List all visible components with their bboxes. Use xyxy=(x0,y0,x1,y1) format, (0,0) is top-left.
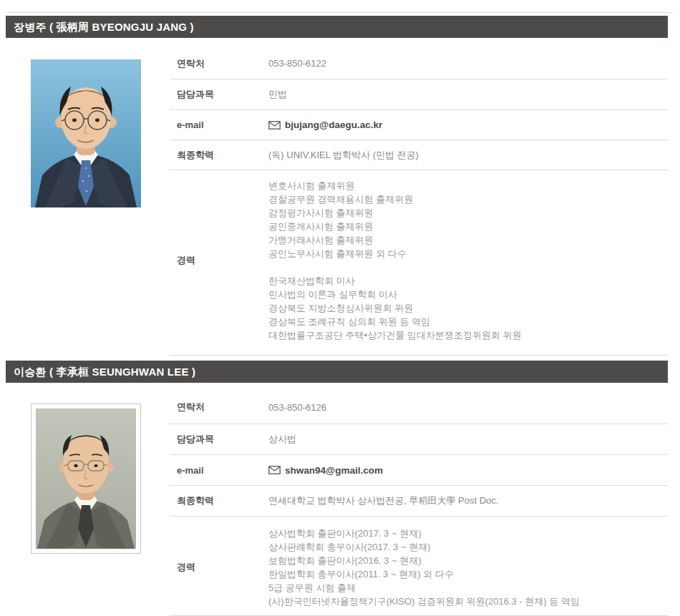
education-label: 최종학력 xyxy=(170,149,268,162)
email-text: shwan94@gmail.com xyxy=(285,465,383,476)
faculty-profile-page: 장병주 ( 張柄周 BYEONGJU JANG ) xyxy=(6,16,668,616)
row-subject: 담당과목 상사법 xyxy=(170,424,668,455)
row-email: e-mail bjujang@daegu.ac.kr xyxy=(170,110,668,140)
subject-label: 담당과목 xyxy=(170,433,268,446)
envelope-icon xyxy=(268,466,281,474)
row-subject: 담당과목 민법 xyxy=(170,79,668,110)
education-label: 최종학력 xyxy=(170,494,268,507)
row-contact: 연락처 053-850-6126 xyxy=(170,391,668,424)
subject-label: 담당과목 xyxy=(170,88,268,101)
row-contact: 연락처 053-850-6122 xyxy=(170,48,668,79)
profile-name-header: 이승환 ( 李承桓 SEUNGHWAN LEE ) xyxy=(6,361,668,383)
education-value: 연세대학교 법학박사 상사법전공, 早稻田大學 Post Doc. xyxy=(268,494,498,507)
envelope-icon xyxy=(268,121,281,129)
contact-value: 053-850-6126 xyxy=(268,402,326,413)
career-label: 경력 xyxy=(170,254,268,267)
contact-label: 연락처 xyxy=(170,57,268,70)
email-label: e-mail xyxy=(170,465,268,476)
photo-seunghwan-lee xyxy=(31,404,141,554)
profile-card-byeongju-jang: 장병주 ( 張柄周 BYEONGJU JANG ) xyxy=(6,16,668,356)
education-value: (독) UNIV.KIEL 법학박사 (민법 전공) xyxy=(268,149,419,162)
email-link[interactable]: bjujang@daegu.ac.kr xyxy=(268,119,382,130)
profile-name-header: 장병주 ( 張柄周 BYEONGJU JANG ) xyxy=(6,16,668,38)
row-career: 경력 변호사시험 출제위원경찰공무원 경력채용시험 출제위원감정평가사시험 출제… xyxy=(170,170,668,356)
profile-name-text: 이승환 ( 李承桓 SEUNGHWAN LEE ) xyxy=(14,366,195,378)
profile-name-text: 장병주 ( 張柄周 BYEONGJU JANG ) xyxy=(14,21,194,33)
email-text: bjujang@daegu.ac.kr xyxy=(285,119,382,130)
profile-card-seunghwan-lee: 이승환 ( 李承桓 SEUNGHWAN LEE ) xyxy=(6,361,668,616)
profile-info-table: 연락처 053-850-6126 담당과목 상사법 e-mail shwan94… xyxy=(170,391,668,616)
photo-byeongju-jang xyxy=(31,59,141,207)
career-list: 상사법학회 출판이사(2017. 3 ~ 현재)상사판례학회 총무이사(2017… xyxy=(268,527,580,608)
row-education: 최종학력 (독) UNIV.KIEL 법학박사 (민법 전공) xyxy=(170,140,668,170)
career-label: 경력 xyxy=(170,561,268,574)
row-career: 경력 상사법학회 출판이사(2017. 3 ~ 현재)상사판례학회 총무이사(2… xyxy=(170,517,668,616)
email-link[interactable]: shwan94@gmail.com xyxy=(268,465,383,476)
row-email: e-mail shwan94@gmail.com xyxy=(170,455,668,486)
contact-label: 연락처 xyxy=(170,401,268,414)
top-divider xyxy=(7,12,673,13)
contact-value: 053-850-6122 xyxy=(268,58,326,69)
career-list: 변호사시험 출제위원경찰공무원 경력채용시험 출제위원감정평가사시험 출제위원공… xyxy=(268,179,521,342)
row-education: 최종학력 연세대학교 법학박사 상사법전공, 早稻田大學 Post Doc. xyxy=(170,486,668,517)
subject-value: 상사법 xyxy=(268,433,296,446)
profile-info-table: 연락처 053-850-6122 담당과목 민법 e-mail bjujang@… xyxy=(170,48,668,356)
subject-value: 민법 xyxy=(268,88,287,101)
email-label: e-mail xyxy=(170,119,268,130)
